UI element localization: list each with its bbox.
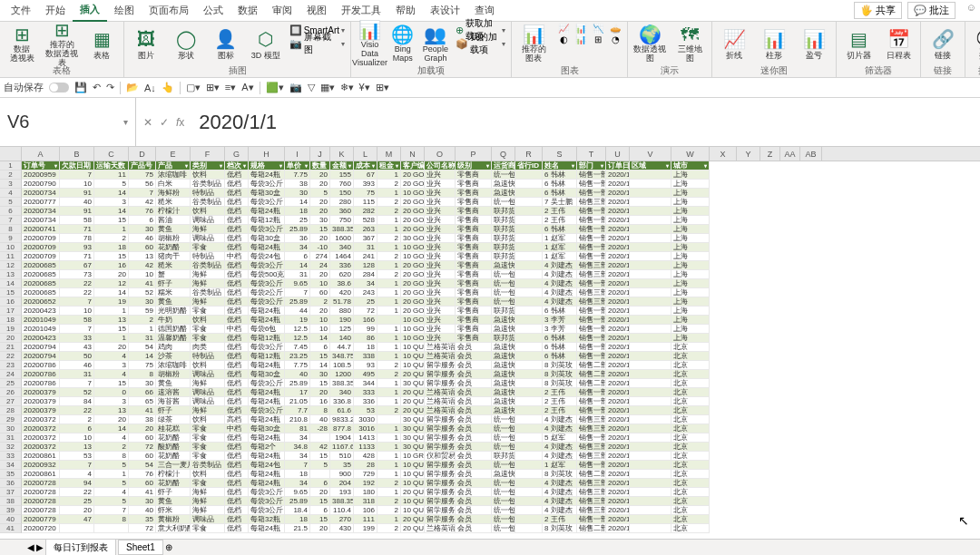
cell[interactable]: 20 QUEEN (401, 488, 425, 497)
cell[interactable]: 零售商 (456, 170, 492, 180)
cell[interactable]: 2 (377, 270, 401, 279)
cell[interactable]: 海鲜粉 (156, 189, 191, 198)
cell[interactable]: 上海 (671, 225, 710, 234)
chart-type-icon[interactable]: 📉 (590, 24, 606, 34)
cell[interactable]: 18 (285, 515, 310, 524)
cell[interactable]: 1 (377, 297, 401, 307)
cell[interactable]: 统一包裹 (492, 506, 515, 515)
cell[interactable]: 业兴 (425, 279, 456, 288)
cell[interactable]: 4 (94, 433, 129, 443)
cell[interactable]: 1 (377, 470, 401, 479)
cell[interactable]: 20200786 (22, 370, 60, 379)
cell[interactable]: 2020/1/1 华东 (606, 234, 630, 243)
cell[interactable] (630, 506, 671, 515)
cell[interactable]: 1 (377, 443, 401, 452)
cell[interactable]: 销售三部 (577, 452, 606, 461)
cell[interactable]: 10 (60, 433, 94, 443)
cell[interactable]: 180 (354, 488, 377, 497)
cell[interactable]: 蟹 (156, 270, 191, 279)
cell[interactable]: 42 (129, 261, 156, 270)
ribbon-btn[interactable]: 📊盈亏 (796, 24, 832, 63)
sheet-nav-next-icon[interactable]: ▶ (36, 542, 44, 552)
cell[interactable]: 7 (60, 170, 94, 180)
cell[interactable]: 北京 (671, 443, 710, 452)
add-sheet-icon[interactable]: ⊕ (165, 542, 172, 552)
cell[interactable]: 2020/1/1 华北 (606, 415, 630, 424)
cell[interactable]: 20200786 (22, 379, 60, 388)
cell[interactable]: 每箱24瓶 (249, 397, 285, 406)
cell[interactable]: 5 (94, 461, 129, 470)
cell[interactable]: 30 QUEEN (401, 443, 425, 452)
cell[interactable] (630, 524, 671, 533)
cell[interactable]: 336 (354, 397, 377, 406)
cell[interactable]: 3030 (354, 415, 377, 424)
cell[interactable]: 51.78 (330, 297, 354, 307)
cell[interactable]: 上海 (671, 279, 710, 288)
cell[interactable]: 20200372 (22, 415, 60, 424)
table-row[interactable]: 32020079010556白米谷类制品低档每袋3公斤3820760393220… (0, 180, 980, 189)
cell[interactable]: 每箱12瓶 (249, 216, 285, 225)
cell[interactable]: 20200423 (22, 307, 60, 316)
cell[interactable]: 每箱12瓶 (249, 334, 285, 343)
chart-type-icon[interactable]: ◔ (607, 34, 623, 44)
cell[interactable]: 72 (129, 443, 156, 452)
touch-icon[interactable]: 👆 (162, 82, 174, 93)
table-row[interactable]: 392020072820740虾米海鲜低档每袋3公斤18.46110.41062… (0, 506, 980, 515)
ribbon-btn[interactable]: 🔗链接 (925, 24, 961, 63)
cell[interactable]: 每袋3公斤 (249, 198, 285, 207)
cell[interactable]: 北京 (671, 361, 710, 370)
cell[interactable]: 1 (377, 343, 401, 352)
cell[interactable]: 海苔酱 (156, 397, 191, 406)
cell[interactable]: 业兴 (425, 316, 456, 325)
cell[interactable]: 10 GREAL (401, 452, 425, 461)
cell[interactable]: 67 (354, 170, 377, 180)
cell[interactable] (630, 288, 671, 297)
table-row[interactable]: 2120200794432054鸡肉肉类低档每袋3公斤7.45644.71811… (0, 343, 980, 352)
cell[interactable]: 每箱24瓶 (249, 316, 285, 325)
cell[interactable] (630, 515, 671, 524)
cell[interactable]: 20200720 (22, 524, 60, 533)
cell[interactable]: 饮料 (191, 470, 225, 479)
cell[interactable] (515, 415, 543, 424)
cell[interactable]: 38 (129, 415, 156, 424)
cell[interactable]: 会员 (456, 479, 492, 488)
cell[interactable]: 1 (377, 352, 401, 361)
cell[interactable]: 会员 (456, 352, 492, 361)
cell[interactable]: 2 (94, 234, 129, 243)
cell[interactable]: 9.65 (285, 488, 310, 497)
currency-icon[interactable]: ¥▾ (359, 82, 370, 93)
column-header[interactable]: B (60, 147, 94, 161)
cell[interactable]: 10 QUEDE (401, 343, 425, 352)
cell[interactable]: 上海 (671, 316, 710, 325)
cell[interactable]: 7 (285, 461, 310, 470)
cell[interactable]: 每箱24瓶 (249, 433, 285, 443)
table-header-cell[interactable]: 租金▾ (377, 161, 401, 170)
cell[interactable]: 业兴 (425, 207, 456, 216)
cell[interactable]: 2020/1/1 华东 (606, 288, 630, 297)
cell[interactable]: 销售一部 (577, 180, 606, 189)
cell[interactable]: 低档 (225, 515, 249, 524)
cell[interactable] (630, 370, 671, 379)
cell[interactable]: 20 (94, 270, 129, 279)
cell[interactable]: 业兴 (425, 270, 456, 279)
column-header[interactable]: V (630, 147, 671, 161)
cell[interactable]: 销售二部 (577, 370, 606, 379)
cell[interactable]: 上海 (671, 261, 710, 270)
cell[interactable]: 10 GOURL (401, 316, 425, 325)
cell[interactable]: 14 (285, 261, 310, 270)
cell[interactable]: 销售三部 (577, 415, 606, 424)
cell[interactable]: 每箱24瓶 (249, 470, 285, 479)
cell[interactable]: 留学服务中心 (425, 497, 456, 506)
table-row[interactable]: 202020042333131温馨奶酪零食低档每箱12瓶12.514140861… (0, 334, 980, 343)
cell[interactable]: 34 (285, 452, 310, 461)
tab-home[interactable]: 开始 (38, 0, 73, 21)
cell[interactable]: 调味品 (191, 370, 225, 379)
cell[interactable]: 2020/1/1 华北 (606, 524, 630, 533)
cell[interactable]: 每袋3公斤 (249, 279, 285, 288)
cell[interactable]: 北京 (671, 352, 710, 361)
cell[interactable]: 340 (330, 388, 354, 397)
cell[interactable]: 低档 (225, 180, 249, 189)
cell[interactable]: 2020/1/1 华东 (606, 225, 630, 234)
cell[interactable]: 零售商 (456, 189, 492, 198)
cell[interactable]: 20200728 (22, 488, 60, 497)
